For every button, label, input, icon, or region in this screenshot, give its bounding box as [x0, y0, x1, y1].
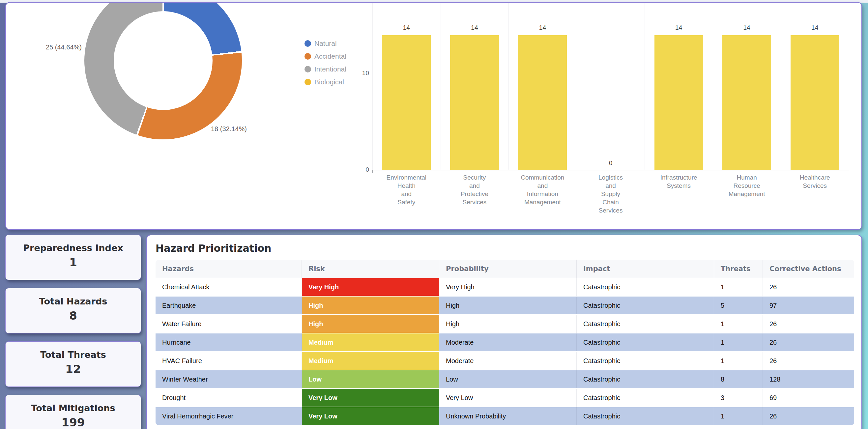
bar-value-label: 14: [645, 24, 713, 31]
stat-card-label: Preparedness Index: [6, 243, 141, 253]
bar-healthcare-services[interactable]: [790, 35, 839, 170]
charts-panel: 25 (44.64%) 18 (32.14%) NaturalAccidenta…: [5, 2, 862, 230]
stat-card-total-threats: Total Threats12: [5, 341, 141, 387]
cell-hazard: Drought: [156, 389, 302, 407]
cell-hazard: Water Failure: [156, 315, 302, 333]
legend-item-accidental[interactable]: Accidental: [305, 50, 346, 63]
bar-infrastructure-systems[interactable]: [654, 35, 703, 170]
hazard-table: HazardsRiskProbabilityImpactThreatsCorre…: [156, 259, 854, 426]
table-body: Chemical AttackVery HighVery HighCatastr…: [156, 278, 854, 426]
category-label-2: SecurityandProtectiveServices: [441, 173, 508, 206]
bar-chart-plot: 1414140141414: [372, 3, 849, 170]
bar-communication-and-information-management[interactable]: [518, 35, 567, 170]
cell-impact: Catastrophic: [577, 297, 714, 314]
stat-card-value: 199: [6, 416, 141, 429]
cell-corrective-actions: 26: [763, 333, 854, 351]
bar-security-and-protective-services[interactable]: [450, 35, 499, 170]
legend-swatch-icon: [305, 40, 311, 47]
cell-threats: 8: [714, 370, 763, 388]
gridline-vertical: [849, 3, 849, 170]
bar-environmental-health-and-safety[interactable]: [382, 35, 431, 170]
cell-corrective-actions: 26: [763, 278, 854, 296]
hazard-prioritization-card: Hazard Prioritization HazardsRiskProbabi…: [146, 235, 862, 429]
risk-level-cell: High: [302, 297, 439, 314]
bar-value-label: 0: [577, 159, 645, 167]
gridline-horizontal: [372, 74, 849, 74]
cell-probability: Very Low: [439, 389, 577, 407]
cell-probability: High: [439, 315, 577, 333]
stat-card-label: Total Hazards: [6, 296, 141, 306]
category-label-6: HumanResourceManagement: [713, 173, 781, 198]
cell-hazard: Hurricane: [156, 333, 302, 351]
legend-item-intentional[interactable]: Intentional: [305, 63, 346, 75]
cell-probability: Very High: [439, 278, 577, 296]
donut-chart[interactable]: [84, 2, 242, 140]
column-header-impact: Impact: [577, 259, 714, 278]
cell-hazard: Earthquake: [156, 297, 302, 314]
legend-label: Biological: [314, 78, 344, 86]
category-label-1: EnvironmentalHealthandSafety: [372, 173, 440, 206]
category-label-5: InfrastructureSystems: [645, 173, 713, 190]
legend-label: Natural: [314, 39, 337, 48]
cell-hazard: Chemical Attack: [156, 278, 302, 296]
cell-probability: Unknown Probability: [439, 407, 577, 425]
column-header-corrective-actions: Corrective Actions: [763, 259, 854, 278]
table-row-water-failure: Water FailureHighHighCatastrophic126: [156, 315, 854, 333]
legend-item-biological[interactable]: Biological: [305, 75, 346, 88]
axis-tick: [372, 170, 373, 173]
legend-label: Accidental: [314, 52, 346, 60]
cell-threats: 1: [714, 407, 763, 425]
bar-chart-ytick-0: 0: [345, 166, 369, 173]
cell-probability: High: [439, 297, 577, 314]
x-axis-line: [372, 170, 849, 170]
stat-card-value: 12: [6, 362, 141, 376]
cell-hazard: Winter Weather: [156, 370, 302, 388]
risk-level-cell: Medium: [302, 352, 439, 370]
category-label-3: CommunicationandInformationManagement: [508, 173, 576, 206]
table-header-row: HazardsRiskProbabilityImpactThreatsCorre…: [156, 259, 854, 278]
cell-threats: 1: [714, 278, 763, 296]
bar-value-label: 14: [713, 24, 781, 31]
stat-card-label: Total Mitigations: [6, 403, 141, 413]
bar-value-label: 14: [372, 24, 440, 31]
legend-swatch-icon: [305, 53, 311, 60]
donut-legend: NaturalAccidentalIntentionalBiological: [305, 37, 346, 88]
cell-probability: Moderate: [439, 333, 577, 351]
table-row-hvac-failure: HVAC FailureMediumModerateCatastrophic12…: [156, 352, 854, 370]
cell-corrective-actions: 97: [763, 297, 854, 314]
column-header-probability: Probability: [439, 259, 577, 278]
category-label-4: LogisticsandSupplyChainServices: [577, 173, 645, 214]
risk-level-cell: Very Low: [302, 407, 439, 425]
cell-threats: 1: [714, 352, 763, 370]
table-row-earthquake: EarthquakeHighHighCatastrophic597: [156, 297, 854, 315]
legend-item-natural[interactable]: Natural: [305, 37, 346, 50]
cell-impact: Catastrophic: [577, 352, 714, 370]
table-row-winter-weather: Winter WeatherLowLowCatastrophic8128: [156, 370, 854, 389]
cell-probability: Moderate: [439, 352, 577, 370]
cell-impact: Catastrophic: [577, 315, 714, 333]
bar-value-label: 14: [781, 24, 849, 31]
donut-slice-label-intentional: 25 (44.64%): [19, 43, 82, 51]
cell-threats: 1: [714, 333, 763, 351]
table-row-viral-hemorrhagic-fever: Viral Hemorrhagic FeverVery LowUnknown P…: [156, 407, 854, 426]
dashboard-page: { "page": { "top_strip_color": "#edf0f6"…: [0, 0, 868, 429]
column-header-risk: Risk: [302, 259, 439, 278]
stat-card-preparedness-index: Preparedness Index1: [5, 235, 141, 280]
cell-impact: Catastrophic: [577, 370, 714, 388]
cell-corrective-actions: 26: [763, 407, 854, 425]
cell-threats: 5: [714, 297, 763, 314]
column-header-hazards: Hazards: [156, 259, 302, 278]
cell-hazard: Viral Hemorrhagic Fever: [156, 407, 302, 425]
table-title: Hazard Prioritization: [156, 243, 271, 254]
legend-label: Intentional: [314, 65, 346, 73]
cell-corrective-actions: 26: [763, 352, 854, 370]
risk-level-cell: Medium: [302, 333, 439, 351]
table-row-chemical-attack: Chemical AttackVery HighVery HighCatastr…: [156, 278, 854, 297]
cell-impact: Catastrophic: [577, 389, 714, 407]
risk-level-cell: High: [302, 315, 439, 333]
cell-corrective-actions: 69: [763, 389, 854, 407]
stat-card-total-hazards: Total Hazards8: [5, 288, 141, 333]
stat-card-value: 8: [6, 309, 141, 322]
stat-card-total-mitigations: Total Mitigations199: [5, 395, 141, 429]
bar-human-resource-management[interactable]: [722, 35, 771, 170]
